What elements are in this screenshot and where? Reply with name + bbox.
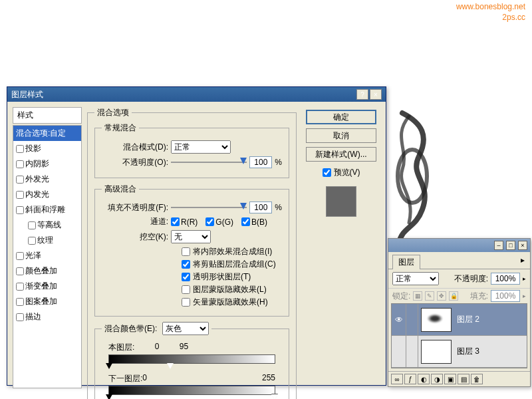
layer-mask-icon[interactable]: ◐ [418, 374, 430, 384]
panel-menu-icon[interactable]: ▸ [521, 255, 525, 265]
link-layers-icon[interactable]: ∞ [391, 374, 403, 384]
lock-label: 锁定: [392, 291, 410, 302]
cancel-button[interactable]: 取消 [306, 128, 376, 143]
new-group-icon[interactable]: ▣ [444, 374, 456, 384]
blend-mode-select[interactable]: 正常 [171, 140, 231, 154]
layer-row[interactable]: 图层 3 [392, 336, 527, 368]
visibility-toggle[interactable]: 👁 [392, 304, 406, 335]
style-item-label: 纹理 [37, 235, 53, 246]
adv-checkbox-4[interactable] [182, 298, 190, 307]
layer-name[interactable]: 图层 2 [454, 314, 479, 325]
close-icon[interactable]: × [518, 241, 527, 250]
style-checkbox[interactable] [28, 221, 36, 229]
adv-check-label: 将内部效果混合成组(I) [193, 246, 272, 257]
fill-opacity-slider[interactable] [171, 201, 247, 213]
new-layer-icon[interactable]: ▤ [458, 374, 469, 384]
channel-r-checkbox[interactable] [171, 217, 180, 226]
channel-b-label: B(B) [251, 217, 267, 227]
style-item-12[interactable]: 描边 [13, 309, 81, 325]
style-checkbox[interactable] [16, 160, 24, 168]
adv-checkbox-3[interactable] [182, 285, 190, 294]
adv-check-row: 图层蒙版隐藏效果(L) [182, 284, 282, 295]
style-checkbox[interactable] [16, 267, 24, 275]
style-item-label: 内阴影 [25, 158, 49, 170]
opacity-dropdown-icon[interactable]: ▸ [523, 275, 526, 282]
layer-thumbnail[interactable] [421, 340, 452, 364]
style-checkbox[interactable] [16, 298, 24, 306]
style-item-1[interactable]: 投影 [13, 141, 81, 156]
panel-titlebar[interactable]: – □ × [388, 239, 530, 252]
under-white-handle[interactable] [271, 394, 278, 399]
lock-pixels-icon[interactable]: ✎ [425, 291, 434, 301]
link-cell[interactable] [406, 304, 418, 335]
style-item-4[interactable]: 内发光 [13, 187, 81, 202]
fill-dropdown-icon[interactable]: ▸ [523, 293, 526, 299]
blend-mode-label: 混合模式(D): [102, 142, 168, 153]
lock-position-icon[interactable]: ✥ [437, 291, 446, 301]
help-button[interactable]: ? [356, 89, 368, 100]
style-item-11[interactable]: 图案叠加 [13, 294, 81, 309]
dialog-titlebar[interactable]: 图层样式 ? × [7, 87, 386, 102]
layer-blend-mode-select[interactable]: 正常 [392, 272, 439, 285]
fill-opacity-input[interactable] [249, 201, 272, 213]
layers-tab[interactable]: 图层 [392, 255, 420, 269]
adv-check-row: 将剪贴图层混合成组(C) [182, 259, 282, 270]
this-layer-gradient[interactable] [108, 354, 275, 364]
adv-checkbox-0[interactable] [182, 247, 190, 256]
style-item-2[interactable]: 内阴影 [13, 156, 81, 172]
blend-if-channel-select[interactable]: 灰色 [162, 322, 209, 335]
visibility-toggle[interactable] [392, 336, 406, 367]
style-item-3[interactable]: 外发光 [13, 172, 81, 187]
preview-checkbox[interactable] [323, 168, 331, 177]
adv-checkbox-1[interactable] [182, 260, 190, 269]
knockout-select[interactable]: 无 [171, 230, 211, 243]
adjustment-layer-icon[interactable]: ◑ [431, 374, 443, 384]
opacity-slider[interactable] [171, 156, 247, 168]
this-black-handle[interactable] [106, 363, 112, 369]
ok-button[interactable]: 确定 [306, 110, 376, 124]
style-checkbox[interactable] [16, 176, 24, 184]
new-style-button[interactable]: 新建样式(W)... [306, 147, 376, 162]
layers-panel: – □ × 图层 ▸ 正常 不透明度: 100% ▸ 锁定: ▦ ✎ ✥ 🔒 填… [388, 238, 531, 387]
layer-style-icon[interactable]: ƒ [404, 374, 416, 384]
style-checkbox[interactable] [28, 237, 36, 245]
layer-row[interactable]: 👁图层 2 [392, 304, 527, 336]
style-item-label: 投影 [25, 143, 41, 154]
channel-b-checkbox[interactable] [241, 217, 250, 226]
style-item-10[interactable]: 渐变叠加 [13, 279, 81, 294]
link-cell[interactable] [406, 336, 418, 367]
lock-transparent-icon[interactable]: ▦ [413, 291, 422, 301]
style-item-5[interactable]: 斜面和浮雕 [13, 202, 81, 217]
style-item-label: 等高线 [37, 219, 61, 231]
this-white-handle[interactable] [167, 363, 174, 369]
under-black-handle[interactable] [106, 394, 112, 399]
style-checkbox[interactable] [16, 313, 24, 321]
style-item-8[interactable]: 光泽 [13, 248, 81, 263]
delete-layer-icon[interactable]: 🗑 [471, 374, 483, 384]
layer-thumbnail[interactable] [421, 308, 452, 332]
style-checkbox[interactable] [16, 283, 24, 291]
layer-name[interactable]: 图层 3 [454, 346, 479, 357]
adv-checkbox-2[interactable] [182, 273, 190, 281]
style-item-9[interactable]: 颜色叠加 [13, 263, 81, 279]
channel-g-checkbox[interactable] [205, 217, 214, 226]
under-layer-gradient[interactable] [108, 386, 275, 395]
style-checkbox[interactable] [16, 145, 24, 153]
styles-header[interactable]: 样式 [13, 107, 82, 124]
opacity-input[interactable] [249, 156, 272, 168]
layer-fill-input[interactable]: 100% [491, 290, 520, 302]
style-item-6[interactable]: 等高线 [13, 217, 81, 233]
style-checkbox[interactable] [16, 206, 24, 214]
lock-all-icon[interactable]: 🔒 [449, 291, 458, 301]
under-lo-value: 0 [142, 373, 147, 384]
maximize-icon[interactable]: □ [506, 241, 515, 250]
style-checkbox[interactable] [16, 191, 24, 199]
minimize-icon[interactable]: – [494, 241, 503, 250]
style-checkbox[interactable] [16, 252, 24, 260]
style-item-7[interactable]: 纹理 [13, 233, 81, 248]
knockout-label: 挖空(K): [102, 231, 168, 243]
layer-opacity-input[interactable]: 100% [491, 273, 520, 285]
fill-opacity-label: 填充不透明度(F): [102, 202, 168, 213]
close-button[interactable]: × [370, 89, 382, 100]
style-item-0[interactable]: 混合选项:自定 [13, 126, 81, 141]
